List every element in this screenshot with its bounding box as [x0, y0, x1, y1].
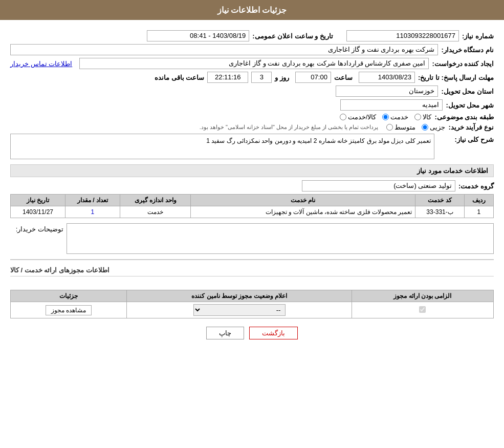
category-option-kala-khedmat[interactable]: کالا/خدمت [340, 113, 377, 121]
category-option-khedmat[interactable]: خدمت [382, 113, 408, 121]
view-permit-button[interactable]: مشاهده مجوز [46, 305, 92, 315]
need-number-label: شماره نیاز: [462, 32, 494, 40]
delivery-city-label: شهر محل تحویل: [446, 101, 494, 109]
cell-name: تعمیر محصولات فلزی ساخته شده، ماشین آلات… [191, 206, 415, 218]
buyer-notes-label: توضیحات خریدار: [10, 223, 67, 233]
cell-row-num: 1 [464, 206, 493, 218]
response-deadline-label: مهلت ارسال پاسخ: تا تاریخ: [418, 74, 494, 81]
delivery-city-value: امیدیه [340, 99, 443, 111]
cell-unit: خدمت [120, 206, 191, 218]
table-row: 1 ب-331-33 تعمیر محصولات فلزی ساخته شده،… [11, 206, 494, 218]
need-number-value: 1103093228001677 [346, 30, 459, 41]
category-option-kala[interactable]: کالا [414, 113, 431, 121]
print-button[interactable]: چاپ [206, 327, 244, 339]
section-divider [10, 259, 494, 260]
buyer-org-label: نام دستگاه خریدار: [441, 46, 494, 54]
service-group-label: گروه خدمت: [458, 182, 494, 190]
category-radio-group: کالا/خدمت خدمت کالا [340, 113, 432, 121]
permit-status-select[interactable]: -- [193, 304, 286, 316]
response-days: 3 [251, 72, 272, 83]
category-khedmat-label: خدمت [390, 113, 408, 121]
response-time-label: ساعت [334, 74, 353, 81]
delivery-province-label: استان محل تحویل: [441, 88, 494, 95]
cell-code: ب-331-33 [415, 206, 465, 218]
permit-required-checkbox [419, 306, 426, 313]
response-time: 07:00 [295, 72, 331, 83]
permits-table: الزامی بودن ارائه مجوز اعلام وضعیت مجوز … [10, 290, 494, 318]
buyer-org-value: شرکت بهره برداری نفت و گاز اغاجاری [10, 44, 438, 55]
process-option-motawaset[interactable]: متوسط [386, 123, 415, 131]
page-title: جزئیات اطلاعات نیاز [217, 6, 287, 14]
need-desc-value: تعمیر کلی دیزل مولد برق کامیتز خانه شمار… [10, 134, 434, 159]
back-button[interactable]: بازگشت [249, 327, 298, 339]
response-days-label: روز و [275, 74, 289, 81]
permit-required-cell [352, 302, 493, 318]
service-group-value: تولید صنعتی (ساخت) [302, 180, 455, 191]
process-radio-group: متوسط جزیی [386, 123, 445, 131]
col-header-code: کد خدمت [415, 195, 465, 206]
delivery-province-value: خوزستان [336, 86, 438, 97]
col-header-qty: تعداد / مقدار [65, 195, 120, 206]
announce-date-label: تاریخ و ساعت اعلان عمومی: [252, 32, 333, 40]
bottom-buttons: بازگشت چاپ [10, 327, 494, 339]
category-kala-khedmat-label: کالا/خدمت [348, 113, 377, 121]
services-table: ردیف کد خدمت نام خدمت واحد اندازه گیری ت… [10, 194, 494, 218]
permit-row: -- مشاهده مجوز [11, 302, 494, 318]
category-label: طبقه بندی موضوعی: [434, 113, 494, 121]
permit-col-detail: جزئیات [11, 290, 127, 302]
need-desc-label: شرح کلی نیاز: [437, 134, 494, 143]
services-section-title: اطلاعات خدمات مورد نیاز [10, 164, 494, 177]
announce-date-value: 1403/08/19 - 08:41 [147, 30, 249, 41]
col-header-date: تاریخ نیاز [11, 195, 65, 206]
creator-label: ایجاد کننده درخواست: [432, 60, 494, 68]
col-header-unit: واحد اندازه گیری [120, 195, 191, 206]
permits-section-title: اطلاعات مجوزهای ارائه خدمت / کالا [10, 264, 494, 276]
remaining-time: 22:11:16 [207, 72, 248, 83]
process-option-jozi[interactable]: جزیی [422, 123, 445, 131]
process-label: نوع فرآیند خرید: [448, 123, 494, 131]
process-jozi-label: جزیی [430, 123, 445, 131]
process-radio-jozi[interactable] [422, 124, 428, 131]
contact-link[interactable]: اطلاعات تماس خریدار [10, 60, 72, 68]
response-date: 1403/08/23 [359, 72, 415, 83]
remaining-time-label: ساعت باقی مانده [155, 74, 204, 81]
cell-date: 1403/11/27 [11, 206, 65, 218]
col-header-row: ردیف [464, 195, 493, 206]
category-radio-khedmat[interactable] [382, 114, 389, 120]
process-motawaset-label: متوسط [395, 123, 415, 131]
category-radio-kala-khedmat[interactable] [340, 114, 346, 120]
permit-col-required: الزامی بودن ارائه مجوز [352, 290, 493, 302]
cell-qty: 1 [65, 206, 120, 218]
page-header: جزئیات اطلاعات نیاز [0, 0, 504, 20]
buyer-notes-value [67, 223, 494, 254]
permit-status-cell: -- [127, 302, 352, 318]
permit-detail-cell: مشاهده مجوز [11, 302, 127, 318]
process-radio-motawaset[interactable] [386, 124, 393, 131]
process-note: پرداخت تمام یا بخشی از مبلغ خریدار از مح… [200, 124, 379, 131]
category-radio-kala[interactable] [414, 114, 421, 120]
category-kala-label: کالا [423, 113, 431, 121]
col-header-name: نام خدمت [191, 195, 415, 206]
permit-col-status: اعلام وضعیت مجوز توسط نامین کننده [127, 290, 352, 302]
creator-value: امین صفری کارشناس قراردادها شرکت بهره بر… [79, 58, 429, 69]
